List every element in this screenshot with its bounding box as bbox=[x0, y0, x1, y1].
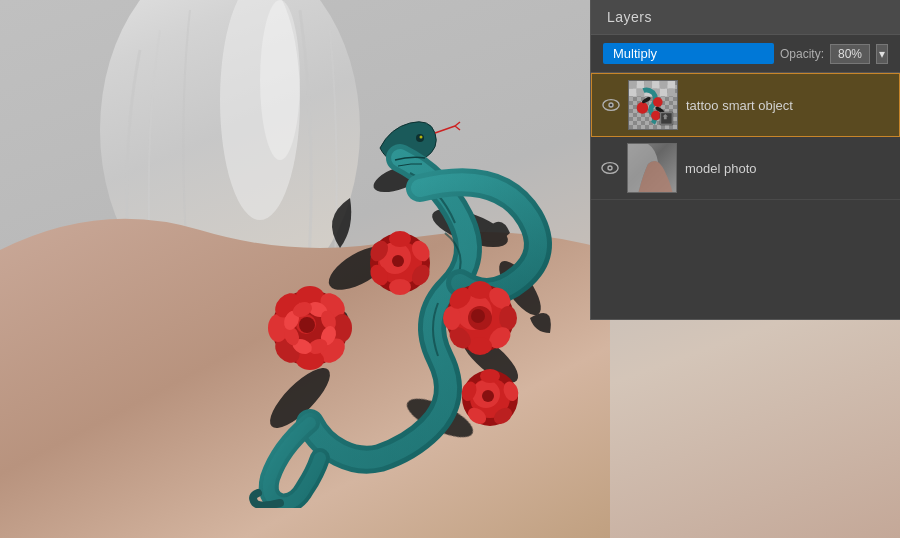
svg-point-41 bbox=[499, 306, 517, 330]
svg-point-85 bbox=[651, 111, 661, 121]
svg-point-83 bbox=[637, 102, 649, 114]
tattoo-artwork bbox=[180, 88, 610, 508]
svg-point-57 bbox=[392, 255, 404, 267]
svg-point-43 bbox=[468, 337, 492, 355]
svg-rect-75 bbox=[644, 81, 652, 89]
svg-rect-82 bbox=[667, 89, 675, 97]
layer-item-photo[interactable]: model photo bbox=[591, 137, 900, 200]
svg-rect-71 bbox=[629, 81, 637, 89]
svg-point-51 bbox=[389, 231, 411, 247]
svg-point-92 bbox=[609, 167, 612, 170]
svg-rect-81 bbox=[667, 81, 675, 89]
layers-panel-header: Layers bbox=[591, 0, 900, 35]
opacity-input[interactable] bbox=[830, 44, 870, 64]
layers-controls-row: Multiply Opacity: ▾ bbox=[591, 35, 900, 73]
layer-name-photo: model photo bbox=[685, 161, 890, 176]
svg-point-61 bbox=[480, 369, 500, 383]
opacity-label: Opacity: bbox=[780, 47, 824, 61]
layers-panel: Layers Multiply Opacity: ▾ bbox=[590, 0, 900, 320]
svg-point-47 bbox=[471, 309, 485, 323]
svg-point-39 bbox=[468, 281, 492, 299]
svg-point-34 bbox=[299, 317, 315, 333]
svg-rect-80 bbox=[660, 89, 668, 97]
svg-point-54 bbox=[389, 279, 411, 295]
svg-rect-77 bbox=[652, 81, 660, 89]
layer-thumbnail-tattoo bbox=[628, 80, 678, 130]
svg-point-69 bbox=[610, 104, 613, 107]
opacity-dropdown-arrow[interactable]: ▾ bbox=[876, 44, 888, 64]
layer-thumbnail-photo bbox=[627, 143, 677, 193]
layer-name-tattoo: tattoo smart object bbox=[686, 98, 889, 113]
svg-rect-72 bbox=[637, 81, 645, 89]
svg-point-66 bbox=[482, 390, 494, 402]
svg-rect-79 bbox=[660, 81, 668, 89]
visibility-icon-photo[interactable] bbox=[601, 161, 619, 175]
layer-item-tattoo[interactable]: tattoo smart object bbox=[591, 73, 900, 137]
svg-point-12 bbox=[420, 136, 423, 139]
svg-point-84 bbox=[653, 97, 663, 107]
visibility-icon-tattoo[interactable] bbox=[602, 98, 620, 112]
svg-rect-73 bbox=[629, 89, 637, 97]
svg-point-45 bbox=[443, 306, 461, 330]
layers-panel-title: Layers bbox=[607, 9, 652, 25]
blend-mode-dropdown[interactable]: Multiply bbox=[603, 43, 774, 64]
